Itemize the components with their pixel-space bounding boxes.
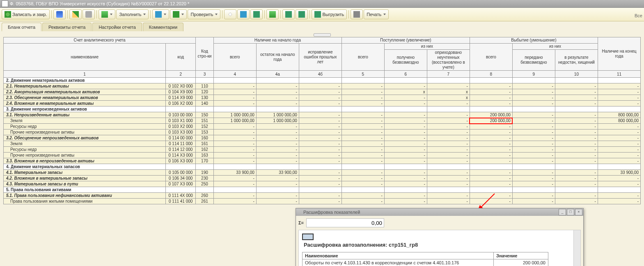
- splitter[interactable]: [3, 33, 641, 37]
- popup-col-value: Значение: [494, 252, 548, 259]
- view-icon: [253, 11, 260, 18]
- save-icon: [5, 11, 11, 18]
- close-button[interactable]: ×: [575, 209, 582, 215]
- report-grid[interactable]: Счет аналитического учета Код стро-ки На…: [3, 37, 641, 204]
- maximize-button[interactable]: □: [567, 209, 574, 215]
- disk-icon: [56, 11, 63, 18]
- tab-0[interactable]: Бланк отчета: [2, 23, 41, 31]
- h-outcome-of: из них: [512, 44, 598, 50]
- all-actions-label[interactable]: Все: [635, 13, 642, 18]
- popup-scrollbar-v[interactable]: [573, 230, 580, 266]
- table-row[interactable]: Земля0 114 11 000161----------: [4, 141, 641, 147]
- check-icon: [173, 11, 179, 18]
- printer-icon: [353, 11, 360, 18]
- selection-indicator: [302, 234, 314, 240]
- tab-2[interactable]: Настройки отчета: [92, 23, 142, 31]
- tree-icon: [155, 11, 162, 18]
- export-button[interactable]: Выгрузить: [312, 9, 347, 19]
- find-icon: [227, 11, 234, 18]
- document-icon: [2, 0, 8, 7]
- h-begin-rest: остаток на начало года: [256, 44, 299, 71]
- tab-1[interactable]: Реквизиты отчета: [42, 23, 92, 31]
- toolbar: Записать и закр. Заполнить Проверить Выг…: [0, 8, 644, 21]
- check-button[interactable]: Проверить: [188, 9, 220, 19]
- print-button[interactable]: Печать: [364, 9, 389, 19]
- refresh-icon: [240, 11, 247, 18]
- window-titlebar: Ф. 0503768, ГОБУ ВПО Университет искусст…: [0, 0, 644, 8]
- window-title: Ф. 0503768, ГОБУ ВПО Университет искусст…: [10, 1, 189, 6]
- document-icon: [297, 210, 302, 215]
- minimize-button[interactable]: _: [559, 209, 566, 215]
- table-row[interactable]: Ресурсы недр0 114 12 000162----------: [4, 147, 641, 153]
- pencil-icon: [72, 11, 79, 18]
- table-row[interactable]: 2.3. Обесценение нематериальных активов0…: [4, 95, 641, 101]
- write-close-button[interactable]: Записать и закр.: [2, 9, 50, 19]
- table-row[interactable]: 3.2. Обесценение непроизведенных активов…: [4, 135, 641, 141]
- sigma-input[interactable]: [306, 218, 384, 227]
- table-row[interactable]: 5. Права пользования активами: [4, 187, 641, 193]
- export-icon: [314, 11, 321, 18]
- check-action-button[interactable]: [170, 9, 187, 19]
- h-outcome: Выбытие (уменьшение): [470, 37, 598, 44]
- h-end: Наличие на конец года: [598, 37, 640, 71]
- table-row[interactable]: 4. Движение материальных запасов: [4, 164, 641, 170]
- fill-icon: [101, 11, 108, 18]
- excel-icon: [298, 11, 305, 18]
- refresh-button[interactable]: [237, 9, 250, 19]
- h-begin-total: всего: [213, 44, 256, 71]
- table-row[interactable]: 2.4. Вложения в нематериальные активы0 1…: [4, 101, 641, 106]
- h-name: наименование: [4, 44, 166, 71]
- table-row[interactable]: Прочие непроизведенные активы0 103 X3 00…: [4, 130, 641, 135]
- details-popup: Расшифровка показателей _ □ × Σ= Расшифр…: [296, 208, 584, 266]
- plus-icon: [269, 11, 276, 18]
- h-code: код: [166, 44, 196, 71]
- h-outcome-loss: в результате недостач, хищений: [555, 50, 598, 71]
- h-linecode: Код стро-ки: [196, 37, 214, 71]
- h-income-of: из них: [384, 44, 470, 50]
- excel-icon: [285, 11, 292, 18]
- h-income-free: получено безвозмездно: [384, 50, 427, 71]
- h-outcome-free: передано безвозмездно: [512, 50, 555, 71]
- save-button[interactable]: [53, 9, 66, 19]
- table-row[interactable]: 2.1. Нематериальные активы0 102 X0 00011…: [4, 83, 641, 89]
- table-row[interactable]: 3.3. Вложения в непроизведенные активы0 …: [4, 158, 641, 164]
- tabs: Бланк отчетаРеквизиты отчетаНастройки от…: [0, 21, 644, 31]
- h-begin: Наличие на начало года: [213, 37, 341, 44]
- fill-button[interactable]: Заполнить: [116, 9, 149, 19]
- view-button[interactable]: [250, 9, 263, 19]
- popup-heading: Расшифровка автозаполнения: стр151_гр8: [304, 242, 577, 248]
- table-row[interactable]: Ресурсы недр0 103 X2 000152----------: [4, 124, 641, 130]
- h-account: Счет аналитического учета: [4, 37, 196, 44]
- sigma-label: Σ=: [298, 220, 304, 225]
- popup-titlebar[interactable]: Расшифровка показателей _ □ ×: [296, 208, 583, 216]
- table-row[interactable]: Земля0 103 X1 0001511 000 000,001 000 00…: [4, 118, 641, 124]
- table-row[interactable]: 4.1. Материальные запасы0 105 00 0001903…: [4, 170, 641, 176]
- edit-button[interactable]: [69, 9, 82, 19]
- table-row[interactable]: 2. Движение нематериальных активов: [4, 78, 641, 83]
- popup-col-name: Наименование: [303, 252, 494, 259]
- popup-row: Обороты по счету 4.103.11.430 в корреспо…: [303, 259, 548, 266]
- add-button[interactable]: [266, 9, 279, 19]
- table-row[interactable]: 4.2. Вложения в материальные запасы0 106…: [4, 176, 641, 181]
- print-icon-button[interactable]: [351, 9, 363, 19]
- find-button[interactable]: [224, 9, 236, 19]
- excel-button-2[interactable]: [296, 9, 308, 19]
- table-row[interactable]: Права пользования жилыми помещениями0 11…: [4, 199, 641, 204]
- fill-action-button[interactable]: [99, 9, 115, 19]
- excel-button-1[interactable]: [282, 9, 295, 19]
- popup-table: НаименованиеЗначение Обороты по счету 4.…: [302, 252, 548, 266]
- table-row[interactable]: 3.1. Непроизведенные активы0 103 00 0001…: [4, 112, 641, 118]
- table-row[interactable]: 5.1. Права пользования нефинансовыми акт…: [4, 193, 641, 199]
- h-income-restored: оприходовано неучтенных (восстановлено в…: [427, 50, 470, 71]
- attach-button[interactable]: [83, 9, 95, 19]
- splitter-handle[interactable]: [314, 33, 331, 37]
- table-row[interactable]: 2.2. Амортизация нематериальных активов0…: [4, 89, 641, 95]
- h-income: Поступление (увеличение): [341, 37, 470, 44]
- popup-title: Расшифровка показателей: [303, 210, 360, 215]
- h-income-total: всего: [341, 44, 384, 71]
- table-row[interactable]: 3. Движение непроизведенных активов: [4, 106, 641, 112]
- table-row[interactable]: Прочие непроизведенные активы0 114 X3 00…: [4, 153, 641, 158]
- table-row[interactable]: 4.3. Материальные запасы в пути0 107 X3 …: [4, 181, 641, 187]
- tab-3[interactable]: Комментарии: [143, 23, 183, 31]
- tree-button[interactable]: [152, 9, 169, 19]
